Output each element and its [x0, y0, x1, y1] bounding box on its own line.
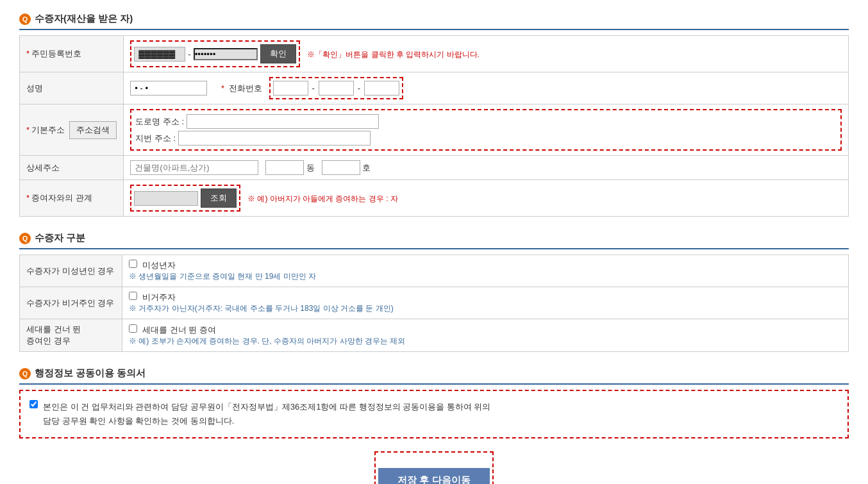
ssn-input-1[interactable]	[134, 47, 185, 62]
ssn-dashed-box: - 확인	[130, 40, 299, 67]
save-next-button[interactable]: 저장 후 다음이동	[378, 468, 489, 484]
phone-input-3[interactable]	[364, 81, 399, 96]
phone-dashed-box: - -	[269, 77, 404, 99]
phone-label: 전화번호	[229, 83, 262, 93]
ho-label: 호	[362, 163, 371, 172]
recipient-type-table: 수증자가 미성년인 경우 미성년자 ※ 생년월일을 기준으로 증여일 현재 만 …	[19, 255, 849, 352]
minor-label: 수증자가 미성년인 경우	[20, 255, 122, 287]
phone-input-2[interactable]	[319, 81, 354, 96]
generation-skip-checkbox[interactable]	[129, 324, 137, 333]
relation-label: *증여자와의 관계	[20, 180, 124, 217]
minor-row: 수증자가 미성년인 경우 미성년자 ※ 생년월일을 기준으로 증여일 현재 만 …	[20, 255, 849, 287]
ho-input[interactable]	[322, 160, 360, 175]
generation-skip-row: 세대를 건너 뛴 증여인 경우 세대를 건너 뛴 증여 ※ 예) 조부가 손자에…	[20, 319, 849, 352]
consent-text: 본인은 이 건 업무처리와 관련하여 담당 공무원이「전자정부법」제36조제1항…	[43, 400, 490, 428]
generation-skip-label: 세대를 건너 뛴 증여인 경우	[20, 319, 122, 352]
minor-checkbox-row: 미성년자	[129, 260, 842, 271]
address-lines: 도로명 주소 : 지번 주소 :	[135, 114, 837, 146]
detail-address-row: 상세주소 동 호	[20, 156, 849, 180]
save-dashed-box: 저장 후 다음이동	[374, 451, 493, 484]
recipient-form-table: *주민등록번호 - 확인 ※「확인」버튼을 클릭한 후 입력하시기 바랍니다. …	[19, 35, 849, 217]
nonresident-checkbox[interactable]	[129, 292, 137, 300]
ssn-row: *주민등록번호 - 확인 ※「확인」버튼을 클릭한 후 입력하시기 바랍니다.	[20, 36, 849, 72]
relation-cell: 조회 ※ 예) 아버지가 아들에게 증여하는 경우 : 자	[124, 180, 849, 217]
relation-dashed-box: 조회	[130, 185, 240, 212]
phone-sep-2: -	[358, 83, 360, 93]
consent-dashed-box: 본인은 이 건 업무처리와 관련하여 담당 공무원이「전자정부법」제36조제1항…	[19, 390, 849, 438]
address-search-button[interactable]: 주소검색	[69, 121, 117, 139]
ssn-input-2[interactable]	[194, 48, 258, 60]
relation-row: *증여자와의 관계 조회 ※ 예) 아버지가 아들에게 증여하는 경우 : 자	[20, 180, 849, 217]
section-recipient-type-title: Q 수증자 구분	[19, 232, 849, 249]
address-required: *	[26, 125, 29, 135]
name-phone-row: 성명 * 전화번호 - -	[20, 72, 849, 104]
relation-lookup-button[interactable]: 조회	[201, 188, 237, 208]
dong-label: 동	[306, 163, 315, 172]
section-admin-consent-title: Q 행정정보 공동이용 동의서	[19, 367, 849, 385]
nonresident-cell: 비거주자 ※ 거주자가 아닌자(거주자: 국내에 주소를 두거나 183일 이상…	[122, 287, 849, 319]
detail-address-label: 상세주소	[20, 156, 124, 180]
phone-required: *	[221, 83, 224, 93]
address-row: *기본주소 주소검색 도로명 주소 : 지번 주소 :	[20, 104, 849, 156]
phone-input-1[interactable]	[273, 81, 308, 96]
name-label: 성명	[20, 72, 124, 104]
generation-skip-note: ※ 예) 조부가 손자에게 증여하는 경우. 단, 수증자의 아버지가 사망한 …	[129, 336, 842, 347]
address-dashed-box: 도로명 주소 : 지번 주소 :	[130, 109, 842, 151]
save-button-wrap: 저장 후 다음이동	[19, 451, 849, 484]
detail-address-cell: 동 호	[124, 156, 849, 180]
nonresident-checkbox-label: 비거주자	[142, 292, 176, 303]
ssn-required: *	[26, 49, 29, 58]
minor-checkbox[interactable]	[129, 260, 137, 268]
relation-note: ※ 예) 아버지가 아들에게 증여하는 경우 : 자	[247, 194, 398, 203]
nonresident-note: ※ 거주자가 아닌자(거주자: 국내에 주소를 두거나 183일 이상 거소를 …	[129, 303, 842, 314]
ssn-cell: - 확인 ※「확인」버튼을 클릭한 후 입력하시기 바랍니다.	[124, 36, 849, 72]
minor-note: ※ 생년월일을 기준으로 증여일 현재 만 19세 미만인 자	[129, 271, 842, 282]
road-address-line: 도로명 주소 :	[135, 114, 837, 129]
building-input[interactable]	[130, 160, 258, 175]
minor-checkbox-label: 미성년자	[142, 260, 176, 271]
section-recipient-title: Q 수증자(재산을 받은 자)	[19, 13, 849, 30]
ssn-label: *주민등록번호	[20, 36, 124, 72]
address-cell: 도로명 주소 : 지번 주소 :	[124, 104, 849, 156]
road-address-input[interactable]	[187, 114, 379, 129]
jibun-address-input[interactable]	[178, 131, 371, 146]
name-input[interactable]	[130, 81, 207, 96]
minor-cell: 미성년자 ※ 생년월일을 기준으로 증여일 현재 만 19세 미만인 자	[122, 255, 849, 287]
dong-input[interactable]	[265, 160, 304, 175]
consent-checkbox-row: 본인은 이 건 업무처리와 관련하여 담당 공무원이「전자정부법」제36조제1항…	[29, 400, 839, 428]
name-phone-cell: * 전화번호 - -	[124, 72, 849, 104]
address-label: *기본주소 주소검색	[20, 104, 124, 156]
generation-skip-checkbox-label: 세대를 건너 뛴 증여	[142, 324, 216, 336]
section-admin-consent-icon: Q	[19, 368, 31, 380]
consent-checkbox[interactable]	[29, 400, 38, 408]
ssn-confirm-button[interactable]: 확인	[260, 44, 296, 63]
ssn-separator: -	[188, 49, 190, 59]
nonresident-checkbox-row: 비거주자	[129, 292, 842, 303]
section-recipient-type-icon: Q	[19, 233, 31, 244]
generation-skip-cell: 세대를 건너 뛴 증여 ※ 예) 조부가 손자에게 증여하는 경우. 단, 수증…	[122, 319, 849, 352]
ssn-note: ※「확인」버튼을 클릭한 후 입력하시기 바랍니다.	[307, 50, 480, 59]
nonresident-row: 수증자가 비거주인 경우 비거주자 ※ 거주자가 아닌자(거주자: 국내에 주소…	[20, 287, 849, 319]
generation-skip-checkbox-row: 세대를 건너 뛴 증여	[129, 324, 842, 336]
jibun-address-line: 지번 주소 :	[135, 131, 837, 146]
section-recipient-icon: Q	[19, 13, 31, 25]
nonresident-label: 수증자가 비거주인 경우	[20, 287, 122, 319]
phone-sep-1: -	[312, 83, 315, 93]
relation-required: *	[26, 193, 29, 203]
relation-input[interactable]	[134, 191, 198, 206]
